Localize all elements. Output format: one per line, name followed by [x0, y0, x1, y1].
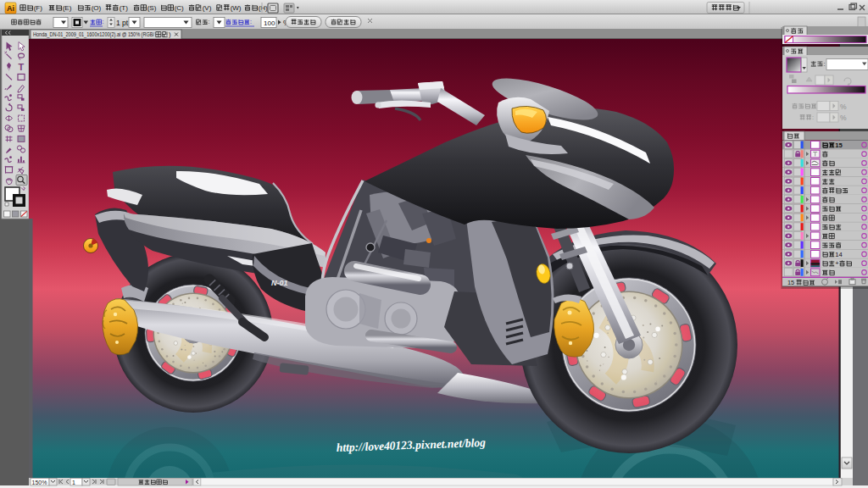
- svg-text:(W): (W): [231, 4, 242, 12]
- svg-text:Ai: Ai: [7, 4, 14, 13]
- svg-text:1 pt: 1 pt: [116, 19, 129, 27]
- svg-text:Honda_DN-01_2009_01_1600x1200(: Honda_DN-01_2009_01_1600x1200(2).ai @ 15…: [33, 30, 155, 38]
- svg-text::: :: [812, 114, 814, 121]
- svg-text:): ): [169, 30, 171, 38]
- svg-text:(E): (E): [63, 4, 72, 12]
- svg-text:100: 100: [264, 19, 275, 27]
- svg-text:150%: 150%: [32, 480, 47, 485]
- svg-text:(H): (H): [259, 4, 268, 12]
- svg-text:(F): (F): [34, 4, 43, 12]
- svg-text:T: T: [19, 62, 25, 72]
- svg-text:15: 15: [787, 279, 794, 286]
- svg-text:%: %: [840, 103, 847, 111]
- svg-text::: :: [823, 60, 825, 68]
- svg-text:(S): (S): [147, 4, 157, 12]
- svg-text::: :: [103, 19, 104, 25]
- svg-text:N-01: N-01: [271, 279, 288, 287]
- svg-text:%: %: [840, 114, 847, 122]
- svg-text::: :: [209, 19, 210, 25]
- svg-text:(V): (V): [203, 4, 212, 12]
- svg-text:+: +: [835, 259, 839, 267]
- svg-text:(T): (T): [120, 4, 129, 12]
- svg-text:(O): (O): [92, 4, 102, 12]
- svg-text::: :: [250, 19, 252, 25]
- svg-text:1: 1: [72, 480, 75, 485]
- svg-text:14: 14: [835, 251, 842, 258]
- svg-text:15: 15: [835, 141, 843, 149]
- svg-text:(C): (C): [175, 4, 184, 12]
